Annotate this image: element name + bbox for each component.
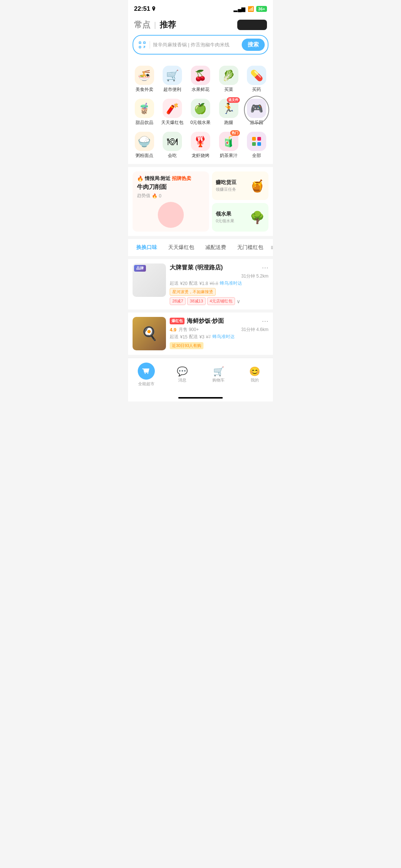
header: 常点 | 推荐: [128, 16, 273, 35]
svg-rect-2: [139, 46, 141, 48]
search-divider: [150, 41, 150, 49]
category-item-gourmet[interactable]: 🍽 会吃: [159, 130, 186, 161]
nav-label-mine: 我的: [251, 377, 259, 383]
banner-card-fruit[interactable]: 领水果 0元领水果 🌳: [212, 203, 268, 232]
nav-item-supermarket[interactable]: 全能超市: [128, 361, 164, 388]
restaurant-card-dapaicaicai[interactable]: 品牌 大牌冒菜 (明澄路店) ⋯ 31分钟 5.2km 起送 ¥20 配送 ¥1…: [128, 259, 273, 312]
promo-1-1: 38减13: [187, 297, 205, 305]
category-label-games: 游乐园: [250, 119, 263, 126]
banner-title: 🔥 情报局:附近招牌热卖: [137, 175, 205, 182]
filter-tab-delivery[interactable]: 减配送费: [202, 243, 230, 252]
status-bar: 22:51 ▂▄▆ 📶 36+: [128, 0, 273, 16]
more-icon-1[interactable]: ⋯: [262, 263, 268, 272]
nav-item-mine[interactable]: 😊 我的: [237, 365, 273, 384]
nav-label-messages: 消息: [178, 377, 186, 383]
search-button[interactable]: 搜索: [242, 39, 265, 51]
category-icon-vegetables: 🥬: [219, 66, 238, 85]
category-item-food-delivery[interactable]: 🍜 美食外卖: [131, 63, 158, 95]
trend-info: 趋势值 🔥 0: [137, 193, 205, 199]
search-bar[interactable]: 辣辛尚麻辣香锅 | 炸舌泡椒牛肉米线 搜索: [133, 35, 268, 55]
promo-1-2: 4元店铺红包: [207, 297, 235, 305]
delivery-platform-1: 蜂鸟准时达: [220, 280, 242, 286]
category-item-milktea[interactable]: 🧃 热门 奶茶果汁: [215, 130, 242, 161]
filter-tab-nolimit[interactable]: 无门槛红包: [234, 243, 267, 252]
category-item-fruits[interactable]: 🍒 水果鲜花: [187, 63, 214, 95]
filter-tab-taste[interactable]: 换换口味: [133, 243, 161, 252]
scan-icon[interactable]: [138, 40, 147, 49]
promo-1-0: 28减7: [170, 297, 186, 305]
time-display: 22:51: [134, 5, 150, 13]
category-icon-food: 🍜: [135, 66, 154, 85]
info-banner: 🔥 情报局:附近招牌热卖 牛肉刀削面 趋势值 🔥 0 赚吃货豆 领赚豆任务 🍯 …: [128, 167, 273, 236]
fire-icon: 🔥: [137, 176, 143, 181]
category-item-freefruits[interactable]: 🍏 0元领水果: [187, 96, 214, 128]
category-item-porridge[interactable]: 🍚 粥粉面点: [131, 130, 158, 161]
rating-2: 4.9: [170, 327, 176, 333]
delivery-min-1: ¥20: [180, 281, 188, 286]
cart-nav-icon: 🛒: [213, 366, 224, 377]
category-icon-errands: 🏃 送文件: [219, 99, 238, 118]
banner-item-name: 牛肉刀削面: [137, 183, 205, 191]
category-label-porridge: 粥粉面点: [136, 153, 153, 159]
explosion-badge-2: 爆红包: [170, 318, 185, 324]
promo-expand-1[interactable]: ∨: [237, 298, 240, 304]
bottom-nav: 全能超市 💬 消息 🛒 购物车 😊 我的: [128, 358, 273, 396]
svg-rect-7: [257, 137, 261, 141]
earn-img: 🍯: [250, 178, 265, 193]
delivery-fee-orig-1: ¥6.8: [209, 281, 218, 286]
delivery-fee-1: ¥1.8: [199, 281, 208, 286]
category-icon-supermarket: 🛒: [163, 66, 182, 85]
restaurant-name-1: 大牌冒菜 (明澄路店): [170, 264, 223, 272]
filter-tab-redpackets[interactable]: 天天爆红包: [164, 243, 198, 252]
category-item-desserts[interactable]: 🧋 甜品饮品: [131, 96, 158, 128]
header-divider: |: [154, 21, 156, 29]
category-icon-porridge: 🍚: [135, 132, 154, 151]
nav-item-messages[interactable]: 💬 消息: [164, 365, 201, 384]
filter-more-icon[interactable]: ≡: [271, 244, 273, 252]
category-label-all: 全部: [252, 153, 261, 159]
category-icon-all: [247, 132, 266, 151]
category-item-vegetables[interactable]: 🥬 买菜: [215, 63, 242, 95]
nav-item-cart[interactable]: 🛒 购物车: [200, 365, 237, 384]
category-label-gourmet: 会吃: [168, 153, 177, 159]
category-item-lobster[interactable]: 🦞 龙虾烧烤: [187, 130, 214, 161]
search-placeholder: 辣辛尚麻辣香锅 | 炸舌泡椒牛肉米线: [153, 42, 239, 48]
category-label-supermarket: 超市便利: [163, 86, 181, 93]
banner-card-earn[interactable]: 赚吃货豆 领赚豆任务 🍯: [212, 171, 268, 200]
earn-title: 赚吃货豆: [216, 179, 237, 186]
category-icon-freefruits: 🍏: [191, 99, 210, 118]
banner-left[interactable]: 🔥 情报局:附近招牌热卖 牛肉刀削面 趋势值 🔥 0: [133, 171, 209, 232]
nav-label-supermarket: 全能超市: [138, 381, 154, 387]
restaurant-name-2: 海鲜炒饭·炒面: [187, 317, 224, 325]
category-item-supermarket[interactable]: 🛒 超市便利: [159, 63, 186, 95]
delivery-fee-orig-2: ¥7: [206, 334, 211, 340]
time-distance-2: 31分钟 4.6km: [241, 327, 268, 333]
category-item-all[interactable]: 全部: [243, 130, 270, 161]
category-item-errands[interactable]: 🏃 送文件 跑腿: [215, 96, 242, 128]
restaurant-card-seafood[interactable]: 🍳 爆红包 海鲜炒饭·炒面 ⋯ 4.9 月售 900+ 31分钟 4.6km 起…: [128, 312, 273, 358]
category-section: 🍜 美食外卖 🛒 超市便利 🍒 水果鲜花 🥬 买菜 💊 买药 🧋 甜品饮品 🧨 …: [128, 59, 273, 164]
nav-label-cart: 购物车: [212, 377, 225, 383]
mine-nav-icon: 😊: [249, 366, 260, 377]
svg-rect-8: [252, 142, 256, 146]
category-label-vegetables: 买菜: [224, 86, 233, 93]
nav-circle-supermarket: [138, 363, 155, 380]
category-item-games[interactable]: 🎮 游乐园: [243, 96, 270, 128]
category-label-redpackets: 天天爆红包: [161, 119, 183, 126]
category-grid: 🍜 美食外卖 🛒 超市便利 🍒 水果鲜花 🥬 买菜 💊 买药 🧋 甜品饮品 🧨 …: [131, 63, 270, 161]
name-row-2: 爆红包 海鲜炒饭·炒面 ⋯: [170, 317, 268, 325]
category-item-medicine[interactable]: 💊 买药: [243, 63, 270, 95]
filter-tabs: 换换口味 天天爆红包 减配送费 无门槛红包 ≡: [128, 239, 273, 256]
delivery-platform-2: 蜂鸟准时达: [212, 334, 235, 340]
restaurant-tag-1: 星河滚烫，不如麻辣烫: [170, 288, 216, 296]
category-label-errands: 跑腿: [224, 119, 233, 126]
delivery-fee-label-1: 配送: [189, 280, 198, 286]
banner-highlight: 招牌热卖: [172, 175, 191, 182]
rating-row-2: 4.9 月售 900+ 31分钟 4.6km: [170, 327, 268, 333]
more-icon-2[interactable]: ⋯: [262, 317, 268, 325]
category-icon-desserts: 🧋: [135, 99, 154, 118]
trend-fire-icon: 🔥: [152, 193, 157, 199]
fruit-img: 🌳: [250, 210, 265, 225]
wifi-icon: 📶: [248, 6, 254, 12]
category-item-redpackets[interactable]: 🧨 天天爆红包: [159, 96, 186, 128]
